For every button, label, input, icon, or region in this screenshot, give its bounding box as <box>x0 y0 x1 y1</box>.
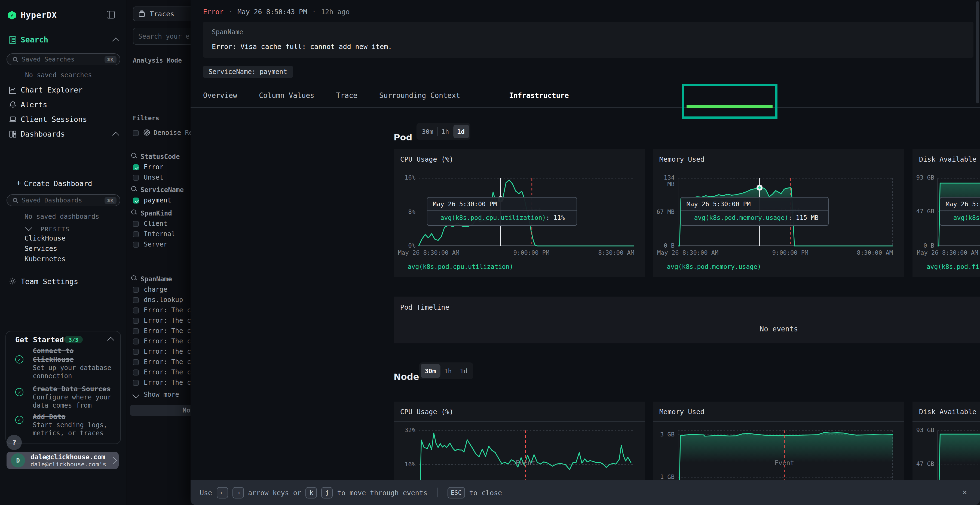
chevron-up-icon[interactable] <box>107 337 114 344</box>
checkbox-unchecked[interactable] <box>133 130 139 136</box>
y-axis-label: 93 GB <box>913 427 934 434</box>
search-icon <box>131 275 137 281</box>
x-axis-label: 9:00:00 PM <box>514 249 549 256</box>
collapse-sidebar-icon[interactable] <box>107 11 115 19</box>
search-filters-panel: Traces Search your e Analysis Mode Resul… <box>127 0 191 505</box>
filter-option[interactable]: Server <box>127 240 191 250</box>
sidebar-item-chart-explorer[interactable]: Chart Explorer <box>0 83 126 97</box>
checkbox-checked[interactable] <box>133 197 139 203</box>
filter-option[interactable]: Error: The cr <box>127 367 191 378</box>
sidebar-item-team-settings[interactable]: Team Settings <box>0 274 126 288</box>
sidebar-item-alerts[interactable]: Alerts <box>0 97 126 111</box>
filter-option[interactable]: Error: The cr <box>127 378 191 388</box>
filter-option[interactable]: Error: The cr <box>127 336 191 347</box>
chart-tooltip: May 26 5:30:00 PM — avg(k8s.pod.filesyst… <box>940 197 980 226</box>
filter-option[interactable]: dns.lookup <box>127 295 191 305</box>
chevron-up-icon <box>112 132 119 138</box>
chart-title: CPU Usage (%) <box>400 155 453 163</box>
chart-legend: — avg(k8s.pod.cpu.utilization) <box>400 263 513 270</box>
check-circle-icon: ✓ <box>15 355 24 364</box>
checkbox-unchecked[interactable] <box>133 241 139 247</box>
checkbox-unchecked[interactable] <box>133 286 139 292</box>
filter-option[interactable]: Error: The cr <box>127 357 191 367</box>
node-ranges-1h[interactable]: 1h <box>441 364 456 378</box>
tab-overview[interactable]: Overview <box>197 84 243 106</box>
arrow-right-key[interactable]: → <box>232 487 243 498</box>
create-dashboard-button[interactable]: + Create Dashboard <box>0 177 126 191</box>
x-axis-label: 8:30:00 AM <box>857 249 893 256</box>
pod-ranges-1h[interactable]: 1h <box>438 125 453 138</box>
scrollbar-thumb[interactable] <box>976 1 979 103</box>
user-menu[interactable]: D dale@clickhouse.com dale@clickhouse.co… <box>6 452 119 469</box>
esc-key[interactable]: ESC <box>447 487 465 498</box>
sidebar-item-dashboards[interactable]: Dashboards <box>0 127 126 141</box>
span-name-label: SpanName <box>212 28 243 36</box>
preset-services[interactable]: Services <box>24 245 57 252</box>
filter-option[interactable]: Client <box>127 219 191 229</box>
sidebar: ⚡ HyperDX Search Saved Searches ⌘K No sa… <box>0 0 126 505</box>
tab-surrounding-context[interactable]: Surrounding Context <box>373 84 466 106</box>
search-section-icon <box>9 36 17 44</box>
node-ranges-30m[interactable]: 30m <box>421 364 440 378</box>
checkbox-unchecked[interactable] <box>133 359 139 365</box>
j-key[interactable]: j <box>321 487 333 498</box>
close-icon[interactable]: ✕ <box>960 488 969 496</box>
checkbox-unchecked[interactable] <box>133 297 139 303</box>
event-search-input[interactable]: Search your e <box>133 28 191 44</box>
arrow-left-key[interactable]: ← <box>216 487 228 498</box>
sidebar-item-client-sessions[interactable]: Client Sessions <box>0 112 126 126</box>
source-select[interactable]: Traces <box>133 6 191 21</box>
denoise-toggle[interactable]: Denoise Re <box>127 128 191 138</box>
pod-ranges-30m[interactable]: 30m <box>418 125 437 138</box>
event-annotation-label: Event <box>775 459 794 467</box>
sidebar-item-search[interactable]: Search <box>0 33 126 49</box>
checkbox-unchecked[interactable] <box>133 318 139 324</box>
chart-title: Memory Used <box>659 408 705 416</box>
chart-title: CPU Usage (%) <box>400 408 453 416</box>
filter-option[interactable]: Error: The cr <box>127 326 191 336</box>
search-icon <box>13 197 19 203</box>
saved-dashboards-input[interactable]: Saved Dashboards ⌘K <box>6 194 120 206</box>
preset-kubernetes[interactable]: Kubernetes <box>24 255 65 263</box>
y-axis-label: 32% <box>394 427 415 434</box>
checkbox-unchecked[interactable] <box>133 328 139 334</box>
show-more-toggle[interactable]: Show more <box>127 390 191 400</box>
check-circle-icon: ✓ <box>15 416 24 424</box>
checkbox-unchecked[interactable] <box>133 231 139 237</box>
filter-option[interactable]: Unset <box>127 173 191 183</box>
checkbox-checked[interactable] <box>133 164 139 170</box>
filter-option[interactable]: payment <box>127 195 191 206</box>
checkbox-unchecked[interactable] <box>133 349 139 354</box>
tab-column-values[interactable]: Column Values <box>252 84 321 106</box>
app-root: ⚡ HyperDX Search Saved Searches ⌘K No sa… <box>0 0 980 505</box>
filter-option[interactable]: Error: The cr <box>127 316 191 326</box>
presets-toggle[interactable]: PRESETS <box>26 223 70 233</box>
filter-option[interactable]: charge <box>127 284 191 295</box>
severity-badge: Error <box>203 8 223 16</box>
dashboards-icon <box>9 130 17 138</box>
checkbox-unchecked[interactable] <box>133 175 139 180</box>
service-tag[interactable]: ServiceName: payment <box>203 66 293 78</box>
checkbox-unchecked[interactable] <box>133 380 139 386</box>
checkbox-unchecked[interactable] <box>133 369 139 375</box>
help-button[interactable]: ? <box>6 435 22 450</box>
k-key[interactable]: k <box>306 487 317 498</box>
checkbox-unchecked[interactable] <box>133 221 139 227</box>
filter-option[interactable]: Error <box>127 162 191 173</box>
search-icon <box>13 56 19 62</box>
node-ranges-1d[interactable]: 1d <box>456 364 471 378</box>
laptop-icon <box>9 115 17 124</box>
pod-ranges-1d[interactable]: 1d <box>453 125 468 138</box>
filter-option[interactable]: Error: The cr <box>127 347 191 357</box>
filter-option[interactable]: Error: The cr <box>127 305 191 316</box>
filter-option[interactable]: Internal <box>127 229 191 240</box>
tab-trace[interactable]: Trace <box>330 84 364 106</box>
gear-icon <box>9 277 17 285</box>
tab-infrastructure[interactable]: Infrastructure <box>496 84 582 106</box>
check-circle-icon: ✓ <box>15 388 24 396</box>
more-filters-button[interactable]: More fil <box>130 405 191 416</box>
checkbox-unchecked[interactable] <box>133 307 139 313</box>
preset-clickhouse[interactable]: ClickHouse <box>24 234 65 242</box>
checkbox-unchecked[interactable] <box>133 338 139 344</box>
saved-searches-input[interactable]: Saved Searches ⌘K <box>6 53 120 65</box>
